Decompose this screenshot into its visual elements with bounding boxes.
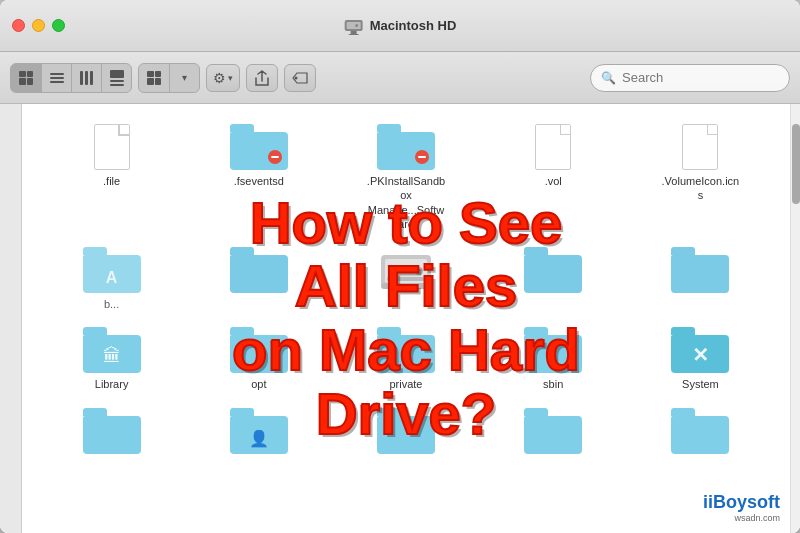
file-name: .file [103, 174, 120, 188]
folder-tab [671, 327, 695, 335]
gear-icon: ⚙ [213, 70, 226, 86]
folder-tab [83, 247, 107, 255]
folder-body [230, 247, 288, 293]
list-item[interactable]: 👤 [185, 404, 332, 462]
finder-window: Macintosh HD [0, 0, 800, 533]
search-icon: 🔍 [601, 71, 616, 85]
folder-body: 👤 [230, 408, 288, 454]
system-x-icon: ✕ [692, 343, 709, 367]
window-title: Macintosh HD [370, 18, 457, 33]
cover-flow-button[interactable] [101, 64, 131, 92]
folder-tab [524, 327, 548, 335]
list-item[interactable] [332, 243, 479, 315]
list-item[interactable]: 🏛 Library [38, 323, 185, 395]
column-view-button[interactable] [71, 64, 101, 92]
columns-icon [80, 71, 94, 85]
file-row-1: .file .fseventsd [38, 120, 774, 235]
folder-tab [83, 327, 107, 335]
list-item[interactable]: .PKInstallSandboxManage...Software [332, 120, 479, 235]
tag-icon [292, 71, 308, 85]
folder-body [377, 408, 435, 454]
list-item[interactable]: A b... [38, 243, 185, 315]
list-item[interactable] [480, 243, 627, 315]
sidebar [0, 104, 22, 533]
folder-tab [377, 408, 401, 416]
list-item[interactable]: .file [38, 120, 185, 235]
traffic-lights [12, 19, 65, 32]
list-item[interactable]: .vol [480, 120, 627, 235]
brand-name: iiBoysoft [703, 492, 780, 512]
share-icon [255, 70, 269, 86]
folder-label: A [106, 269, 118, 287]
list-item[interactable]: .fseventsd [185, 120, 332, 235]
scrollbar-thumb[interactable] [792, 124, 800, 204]
file-name: .PKInstallSandboxManage...Software [366, 174, 446, 231]
scrollbar[interactable] [790, 104, 800, 533]
window-title-area: Macintosh HD [344, 17, 457, 35]
folder-main [230, 335, 288, 373]
view-mode-group [10, 63, 132, 93]
gear-chevron-icon: ▾ [228, 73, 233, 83]
list-item[interactable]: ✕ System [627, 323, 774, 395]
list-item[interactable] [332, 404, 479, 462]
list-item[interactable]: private [332, 323, 479, 395]
chevron-down-icon: ▾ [182, 72, 187, 83]
folder-tab [230, 124, 254, 132]
folder-body [83, 408, 141, 454]
list-item[interactable]: opt [185, 323, 332, 395]
svg-point-9 [415, 267, 423, 275]
list-item[interactable]: .VolumeIcon.icns [627, 120, 774, 235]
file-grid-area: .file .fseventsd [22, 104, 790, 533]
iboysoft-logo: iiBoysoft wsadn.com [703, 492, 780, 523]
minimize-button[interactable] [32, 19, 45, 32]
folder-body [671, 247, 729, 293]
list-item[interactable] [38, 404, 185, 462]
file-doc-icon [535, 124, 571, 170]
search-box[interactable]: 🔍 [590, 64, 790, 92]
coverflow-icon [110, 70, 124, 86]
tags-button[interactable] [284, 64, 316, 92]
svg-rect-2 [351, 31, 357, 34]
icon-view-button[interactable] [11, 64, 41, 92]
views-dropdown-button[interactable]: ▾ [169, 64, 199, 92]
list-icon [50, 73, 64, 83]
folder-icon-wrap [230, 124, 288, 170]
close-button[interactable] [12, 19, 25, 32]
file-doc-icon [682, 124, 718, 170]
file-name: Library [95, 377, 129, 391]
folder-main [377, 416, 435, 454]
list-item[interactable]: sbin [480, 323, 627, 395]
folder-body [524, 327, 582, 373]
list-item[interactable] [480, 404, 627, 462]
folder-tab [524, 408, 548, 416]
svg-rect-1 [347, 22, 361, 29]
folder-tab [377, 327, 401, 335]
folder-tab [230, 327, 254, 335]
folder-body: 🏛 [83, 327, 141, 373]
folder-main [524, 255, 582, 293]
folder-tab [83, 408, 107, 416]
folder-body [377, 327, 435, 373]
list-item[interactable] [627, 243, 774, 315]
grid-icon [19, 71, 33, 85]
list-item[interactable] [185, 243, 332, 315]
list-view-button[interactable] [41, 64, 71, 92]
file-name: sbin [543, 377, 563, 391]
share-button[interactable] [246, 64, 278, 92]
svg-point-5 [295, 76, 298, 79]
content-area: .file .fseventsd [0, 104, 800, 533]
maximize-button[interactable] [52, 19, 65, 32]
titlebar: Macintosh HD [0, 0, 800, 52]
more-views-button[interactable] [139, 64, 169, 92]
file-name: opt [251, 377, 266, 391]
folder-main [377, 335, 435, 373]
actions-button[interactable]: ⚙ ▾ [206, 64, 240, 92]
folder-body: A [83, 247, 141, 293]
folder-main [671, 255, 729, 293]
folder-main [671, 416, 729, 454]
list-item[interactable] [627, 404, 774, 462]
folder-body [524, 408, 582, 454]
search-input[interactable] [622, 70, 772, 85]
folder-body: ✕ [671, 327, 729, 373]
file-name: .VolumeIcon.icns [660, 174, 740, 203]
